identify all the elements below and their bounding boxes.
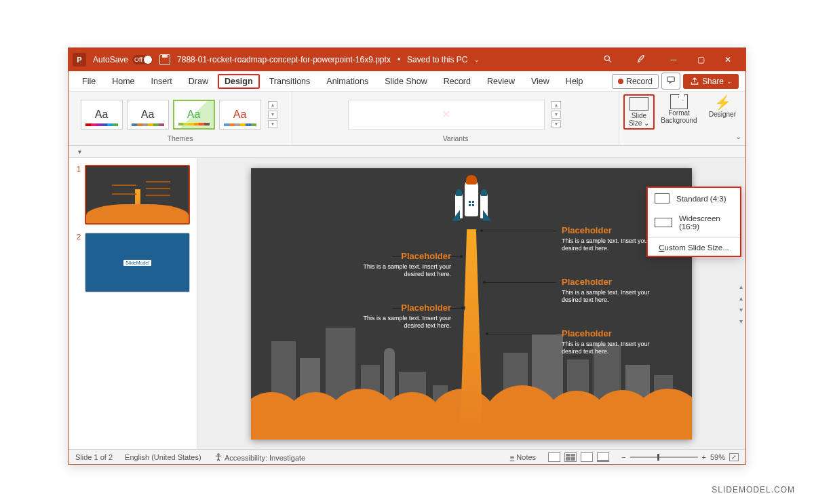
variants-gallery-nav[interactable]: ▴▾▾ (549, 101, 564, 128)
sorter-view-button[interactable] (564, 452, 577, 462)
workspace: 1 2 SlideModel (69, 158, 745, 449)
chevron-down-icon: ⌄ (726, 78, 732, 85)
tab-record[interactable]: Record (437, 74, 478, 89)
save-icon[interactable] (159, 54, 170, 65)
zoom-slider[interactable] (630, 457, 698, 458)
slide-size-widescreen[interactable]: Widescreen (16:9) (648, 209, 740, 236)
share-button[interactable]: Share ⌄ (683, 74, 739, 89)
slide-size-standard[interactable]: Standard (4:3) (648, 188, 740, 209)
dropdown-separator (648, 237, 740, 238)
record-button[interactable]: Record (612, 74, 659, 89)
thumbnail-2[interactable]: 2 SlideModel (73, 233, 193, 292)
quick-access-row: ▾ (69, 146, 745, 158)
scroll-up-icon[interactable]: ▴ (739, 283, 743, 290)
title-bar: P AutoSave Off 7888-01-rocket-roadmap-co… (69, 48, 745, 71)
svg-point-3 (217, 453, 218, 454)
slideshow-view-button[interactable] (597, 452, 609, 462)
zoom-controls: − + 59% ⤢ (621, 453, 739, 461)
autosave-toggle[interactable]: AutoSave Off (93, 55, 153, 64)
svg-line-1 (609, 60, 611, 62)
tab-transitions[interactable]: Transitions (263, 74, 317, 89)
tab-animations[interactable]: Animations (319, 74, 375, 89)
status-bar: Slide 1 of 2 English (United States) Acc… (69, 449, 745, 464)
aspect-16-9-icon (655, 218, 672, 227)
designer-button[interactable]: ⚡ Designer (703, 94, 741, 130)
maximize-button[interactable]: ▢ (687, 48, 714, 71)
rocket-graphic (454, 179, 488, 227)
aspect-4-3-icon (655, 193, 670, 203)
themes-group-label: Themes (168, 134, 193, 144)
watermark: SLIDEMODEL.COM (712, 485, 795, 495)
view-mode-buttons (548, 452, 609, 462)
designer-icon: ⚡ (714, 94, 731, 111)
format-background-icon (670, 94, 688, 109)
comments-button[interactable] (661, 73, 680, 90)
powerpoint-window: P AutoSave Off 7888-01-rocket-roadmap-co… (68, 47, 746, 465)
thumbnail-1-preview (86, 166, 189, 223)
variants-group-label: Variants (443, 134, 469, 144)
format-background-button[interactable]: FormatBackground (660, 94, 698, 130)
document-filename: 7888-01-rocket-roadmap-concept-for-power… (177, 55, 391, 64)
record-dot-icon (618, 79, 623, 84)
zoom-out-button[interactable]: − (621, 453, 625, 461)
svg-point-0 (604, 56, 609, 60)
tab-help[interactable]: Help (559, 74, 590, 89)
slide-thumbnails-panel: 1 2 SlideModel (69, 158, 197, 449)
slide-scroll-controls[interactable]: ▴ ▴▾ ▾ (739, 283, 743, 325)
save-location-dropdown-icon[interactable]: ⌄ (474, 56, 480, 63)
autosave-label: AutoSave (93, 55, 128, 64)
ribbon-group-themes: Aa Aa Aa Aa ▴▾▾ Themes (69, 92, 292, 145)
thumbnail-2-preview: SlideModel (85, 233, 189, 292)
ribbon-design: Aa Aa Aa Aa ▴▾▾ Themes ✕ ▴▾▾ Variants Sl… (69, 92, 745, 146)
normal-view-button[interactable] (548, 452, 560, 462)
language-status[interactable]: English (United States) (125, 453, 201, 461)
slide-size-custom[interactable]: Custom Slide Size... (648, 239, 740, 256)
tab-slideshow[interactable]: Slide Show (378, 74, 434, 89)
tab-home[interactable]: Home (105, 74, 141, 89)
ribbon-tabs: File Home Insert Draw Design Transitions… (69, 71, 745, 92)
svg-rect-2 (667, 77, 675, 81)
theme-thumbnail-1[interactable]: Aa (81, 100, 123, 130)
theme-thumbnail-2[interactable]: Aa (127, 100, 169, 130)
slide-size-icon (629, 97, 648, 111)
tab-file[interactable]: File (75, 74, 102, 89)
minimize-button[interactable]: ─ (660, 48, 687, 71)
ribbon-group-customize: SlideSize ⌄ FormatBackground ⚡ Designer (619, 92, 745, 145)
save-location: Saved to this PC (407, 55, 467, 64)
thumbnail-1[interactable]: 1 (73, 165, 193, 225)
accessibility-status[interactable]: Accessibility: Investigate (214, 452, 306, 462)
powerpoint-app-icon: P (73, 53, 86, 66)
slide-size-button[interactable]: SlideSize ⌄ (623, 94, 655, 130)
close-button[interactable]: ✕ (714, 48, 741, 71)
variant-thumbnail[interactable]: ✕ (348, 100, 545, 130)
tab-view[interactable]: View (524, 74, 556, 89)
search-icon[interactable] (595, 54, 621, 66)
toggle-knob (144, 56, 152, 64)
themes-gallery-nav[interactable]: ▴▾▾ (265, 101, 280, 128)
tab-insert[interactable]: Insert (144, 74, 179, 89)
ribbon-group-variants: ✕ ▴▾▾ Variants (292, 92, 619, 145)
zoom-in-button[interactable]: + (702, 453, 706, 461)
ribbon-collapse-icon[interactable]: ⌄ (735, 132, 741, 141)
title-separator: • (398, 55, 400, 64)
theme-thumbnail-3[interactable]: Aa (173, 100, 215, 130)
scroll-down-icon[interactable]: ▾ (739, 317, 743, 325)
tab-design[interactable]: Design (218, 74, 260, 89)
zoom-level[interactable]: 59% (710, 453, 725, 461)
tab-draw[interactable]: Draw (182, 74, 215, 89)
reading-view-button[interactable] (581, 452, 593, 462)
coming-soon-icon[interactable] (627, 54, 653, 66)
tab-review[interactable]: Review (480, 74, 522, 89)
qat-dropdown-icon[interactable]: ▾ (78, 148, 81, 155)
fit-to-window-button[interactable]: ⤢ (729, 453, 739, 461)
notes-button[interactable]: ≡ Notes (510, 453, 536, 461)
theme-thumbnail-4[interactable]: Aa (219, 100, 261, 130)
slide-size-dropdown: Standard (4:3) Widescreen (16:9) Custom … (646, 187, 741, 257)
toggle-switch[interactable]: Off (132, 55, 153, 64)
slide-counter[interactable]: Slide 1 of 2 (75, 453, 113, 461)
slide-canvas[interactable]: Placeholder This is a sample text. Inser… (251, 168, 692, 440)
